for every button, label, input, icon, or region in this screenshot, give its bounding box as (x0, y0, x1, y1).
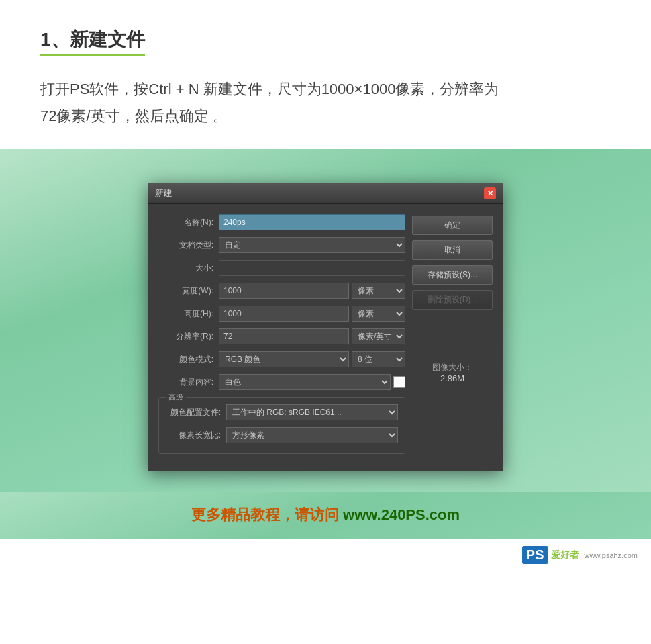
footer: PS 爱好者 www.psahz.com (0, 539, 651, 571)
colorbits-select[interactable]: 8 位 (352, 351, 405, 367)
delete-preset-button: 删除预设(D)... (412, 290, 493, 310)
height-label: 高度(H): (158, 308, 219, 320)
height-row: 高度(H): 像素 (158, 306, 405, 322)
bottom-banner: 更多精品教程，请访问 www.240PS.com (0, 492, 651, 539)
doctype-row: 文档类型: 自定 (158, 237, 405, 253)
name-input[interactable] (219, 214, 405, 230)
resolution-row: 分辨率(R): 像素/英寸 (158, 328, 405, 344)
bg-select[interactable]: 白色 (219, 374, 391, 390)
dialog-titlebar: 新建 ✕ (148, 183, 503, 204)
footer-logo: PS 爱好者 (522, 546, 579, 564)
dialog-wrapper: 新建 ✕ 名称(N): 文档类型: (0, 183, 651, 492)
height-input[interactable] (219, 306, 349, 322)
size-row: 大小: (158, 260, 405, 276)
resolution-input[interactable] (219, 328, 349, 344)
colorprofile-label: 颜色配置文件: (166, 407, 226, 418)
doctype-group: 自定 (219, 237, 405, 253)
footer-site-label: 爱好者 (551, 549, 579, 561)
dialog-form: 名称(N): 文档类型: 自定 大小: (158, 214, 405, 461)
image-size-container: 图像大小： 2.86M (412, 315, 493, 461)
dialog-body: 名称(N): 文档类型: 自定 大小: (148, 204, 503, 471)
bg-color-swatch[interactable] (393, 376, 405, 388)
footer-ps-label: PS (522, 546, 548, 564)
colormode-group: RGB 颜色 8 位 (219, 351, 405, 367)
desc-line2: 72像素/英寸，然后点确定 。 (40, 107, 228, 124)
colormode-select[interactable]: RGB 颜色 (219, 351, 349, 367)
step-title: 1、新建文件 (40, 27, 145, 56)
name-row: 名称(N): (158, 214, 405, 230)
colormode-row: 颜色模式: RGB 颜色 8 位 (158, 351, 405, 367)
colormode-label: 颜色模式: (158, 354, 219, 365)
footer-url: www.psahz.com (585, 551, 638, 559)
advanced-section: 高级 颜色配置文件: 工作中的 RGB: sRGB IEC61... 像素长宽比… (158, 397, 405, 454)
dialog-close-button[interactable]: ✕ (484, 187, 496, 199)
width-row: 宽度(W): 像素 (158, 283, 405, 299)
width-label: 宽度(W): (158, 285, 219, 297)
bg-group: 白色 (219, 374, 405, 390)
dialog-title: 新建 (155, 187, 172, 199)
ok-button[interactable]: 确定 (412, 216, 493, 235)
top-section: 1、新建文件 打开PS软件，按Ctrl + N 新建文件，尺寸为1000×100… (0, 0, 651, 149)
size-label: 大小: (158, 263, 219, 274)
width-input[interactable] (219, 283, 349, 299)
resolution-group: 像素/英寸 (219, 328, 405, 344)
banner-prefix: 更多精品教程，请访问 (191, 506, 343, 523)
size-input (219, 260, 405, 276)
pixelaspectratio-label: 像素长宽比: (166, 430, 226, 441)
description: 打开PS软件，按Ctrl + N 新建文件，尺寸为1000×1000像素，分辨率… (40, 76, 611, 129)
name-label: 名称(N): (158, 217, 219, 228)
dialog-buttons: 确定 取消 存储预设(S)... 删除预设(D)... 图像大小： 2.86M (412, 214, 493, 461)
image-size-value: 2.86M (412, 373, 493, 383)
pixelaspectratio-select[interactable]: 方形像素 (226, 427, 398, 443)
colorprofile-row: 颜色配置文件: 工作中的 RGB: sRGB IEC61... (166, 404, 398, 420)
banner-text: 更多精品教程，请访问 www.240PS.com (0, 505, 651, 525)
banner-url: www.240PS.com (343, 506, 460, 523)
advanced-legend: 高级 (166, 392, 186, 402)
doctype-select[interactable]: 自定 (219, 237, 405, 253)
resolution-label: 分辨率(R): (158, 331, 219, 342)
step-number: 1、 (40, 29, 70, 50)
cancel-button[interactable]: 取消 (412, 240, 493, 260)
green-section: 新建 ✕ 名称(N): 文档类型: (0, 149, 651, 539)
height-group: 像素 (219, 306, 405, 322)
resolution-unit-select[interactable]: 像素/英寸 (352, 328, 405, 344)
height-unit-select[interactable]: 像素 (352, 306, 405, 322)
step-title-text: 新建文件 (70, 29, 145, 50)
colorprofile-select[interactable]: 工作中的 RGB: sRGB IEC61... (226, 404, 398, 420)
desc-line1: 打开PS软件，按Ctrl + N 新建文件，尺寸为1000×1000像素，分辨率… (40, 81, 499, 97)
width-unit-select[interactable]: 像素 (352, 283, 405, 299)
image-size-label: 图像大小： (412, 342, 493, 373)
save-preset-button[interactable]: 存储预设(S)... (412, 265, 493, 285)
bg-label: 背景内容: (158, 377, 219, 388)
bg-row: 背景内容: 白色 (158, 374, 405, 390)
pixelaspectratio-row: 像素长宽比: 方形像素 (166, 427, 398, 443)
width-group: 像素 (219, 283, 405, 299)
doctype-label: 文档类型: (158, 240, 219, 251)
ps-new-dialog: 新建 ✕ 名称(N): 文档类型: (148, 183, 503, 471)
